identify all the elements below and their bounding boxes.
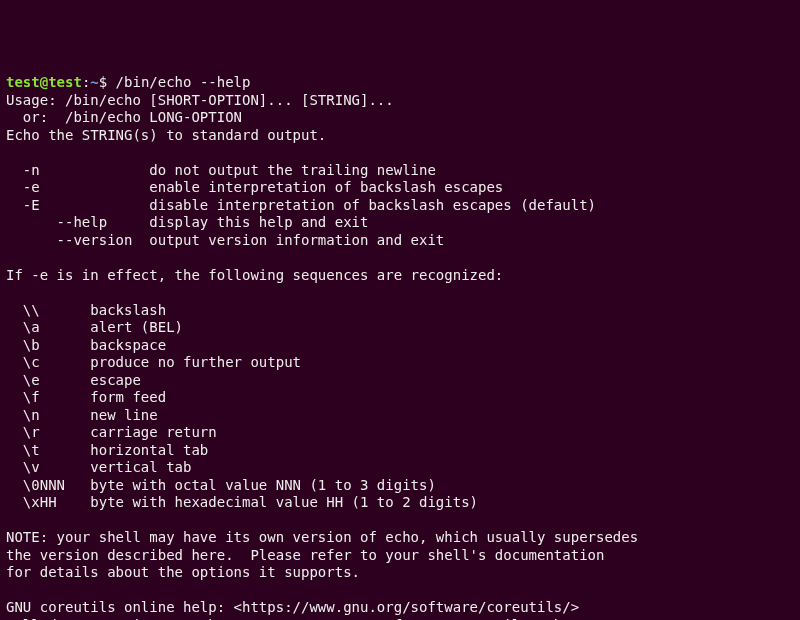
output-line: \c produce no further output <box>6 354 301 370</box>
prompt-user: test <box>6 74 40 90</box>
prompt-path: ~ <box>90 74 98 90</box>
output-line: Echo the STRING(s) to standard output. <box>6 127 326 143</box>
output-line: \n new line <box>6 407 158 423</box>
output-line: \b backspace <box>6 337 166 353</box>
output-line: \xHH byte with hexadecimal value HH (1 t… <box>6 494 478 510</box>
prompt-at: @ <box>40 74 48 90</box>
prompt-line-1: test@test:~$ /bin/echo --help <box>6 74 250 90</box>
output-line: -e enable interpretation of backslash es… <box>6 179 503 195</box>
output-line: NOTE: your shell may have its own versio… <box>6 529 638 545</box>
output-line: \e escape <box>6 372 141 388</box>
output-line: --help display this help and exit <box>6 214 368 230</box>
output-line: \v vertical tab <box>6 459 191 475</box>
output-line: \t horizontal tab <box>6 442 208 458</box>
terminal[interactable]: test@test:~$ /bin/echo --help Usage: /bi… <box>6 74 794 620</box>
prompt-host: test <box>48 74 82 90</box>
output-line: \r carriage return <box>6 424 217 440</box>
output-line: --version output version information and… <box>6 232 444 248</box>
output-line: \0NNN byte with octal value NNN (1 to 3 … <box>6 477 436 493</box>
output-line: -n do not output the trailing newline <box>6 162 436 178</box>
output-line: \f form feed <box>6 389 166 405</box>
output-line: for details about the options it support… <box>6 564 360 580</box>
output-line: -E disable interpretation of backslash e… <box>6 197 596 213</box>
output-line: \a alert (BEL) <box>6 319 183 335</box>
prompt-dollar: $ <box>99 74 116 90</box>
output-line: or: /bin/echo LONG-OPTION <box>6 109 242 125</box>
output-line: Full documentation at: <https://www.gnu.… <box>6 617 579 621</box>
command-text: /bin/echo --help <box>116 74 251 90</box>
output-line: GNU coreutils online help: <https://www.… <box>6 599 579 615</box>
output-line: \\ backslash <box>6 302 166 318</box>
output-line: Usage: /bin/echo [SHORT-OPTION]... [STRI… <box>6 92 394 108</box>
output-line: the version described here. Please refer… <box>6 547 604 563</box>
output-line: If -e is in effect, the following sequen… <box>6 267 503 283</box>
